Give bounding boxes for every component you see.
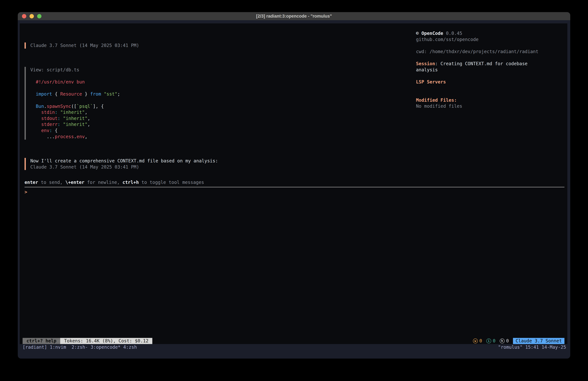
keybinding-hint: enter to send, \+enter for newline, ctrl… bbox=[24, 179, 565, 185]
window-body: Claude 3.7 Sonnet (14 May 2025 03:41 PM)… bbox=[18, 20, 570, 359]
text-line bbox=[416, 55, 564, 61]
tmux-session-clock: "romulus" 15:41 14-May-25 bbox=[498, 344, 566, 350]
tmux-statusbar: [radiant] 1:nvim 2:zsh- 3:opencode* 4:zs… bbox=[18, 344, 570, 350]
text-line bbox=[416, 43, 564, 49]
text-line: View: script/db.ts bbox=[30, 67, 416, 73]
window-titlebar: [2/3] radiant:3:opencode - "romulus" bbox=[18, 12, 570, 20]
info-diagnostics: i 0 bbox=[486, 338, 496, 344]
hint-icon: h bbox=[500, 338, 504, 343]
text-line: stdout: "inherit", bbox=[30, 115, 416, 122]
model-badge-label: Claude 3.7 Sonnet bbox=[516, 338, 562, 344]
tool-message-view-file: View: script/db.ts #!/usr/bin/env bun im… bbox=[24, 67, 416, 140]
input-divider bbox=[24, 187, 565, 187]
prompt-caret: > bbox=[24, 189, 27, 195]
prompt-input[interactable]: > bbox=[24, 189, 567, 195]
zoom-window-button[interactable] bbox=[37, 14, 42, 18]
input-empty-area[interactable] bbox=[20, 195, 567, 338]
text-line bbox=[416, 91, 564, 97]
tokens-cost-label: Tokens: 16.4K (8%), Cost: $0.12 bbox=[64, 338, 148, 344]
warning-count: 0 bbox=[479, 338, 482, 344]
text-line: ...process.env, bbox=[30, 134, 416, 140]
text-line: enter to send, \+enter for newline, ctrl… bbox=[24, 179, 565, 185]
text-line: Now I'll create a comprehensive CONTEXT.… bbox=[30, 158, 416, 164]
help-hint-segment: ctrl+? help bbox=[22, 338, 60, 344]
text-line: analysis bbox=[416, 67, 564, 73]
statusbar-right: w 0 i 0 h 0 Claude 3.7 Sonnet bbox=[473, 338, 565, 344]
assistant-message-header: Claude 3.7 Sonnet (14 May 2025 03:41 PM) bbox=[24, 43, 416, 49]
assistant-message-intro: Now I'll create a comprehensive CONTEXT.… bbox=[24, 158, 416, 170]
tmux-window-list[interactable]: [radiant] 1:nvim 2:zsh- 3:opencode* 4:zs… bbox=[22, 344, 137, 350]
info-count: 0 bbox=[493, 338, 496, 344]
session-sidebar: © OpenCode 0.0.45github.com/sst/opencode… bbox=[416, 30, 567, 173]
text-line bbox=[416, 73, 564, 79]
hint-diagnostics: h 0 bbox=[500, 338, 509, 344]
text-line: stderr: "inherit", bbox=[30, 121, 416, 128]
info-icon: i bbox=[486, 338, 491, 343]
text-line bbox=[416, 85, 564, 91]
hint-count: 0 bbox=[506, 338, 509, 344]
opencode-statusbar: ctrl+? help Tokens: 16.4K (8%), Cost: $0… bbox=[22, 338, 565, 344]
warning-diagnostics: w 0 bbox=[473, 338, 482, 344]
minimize-window-button[interactable] bbox=[30, 14, 34, 18]
text-line: © OpenCode 0.0.45 bbox=[416, 30, 564, 37]
conversation-and-sidebar: Claude 3.7 Sonnet (14 May 2025 03:41 PM)… bbox=[20, 23, 567, 173]
text-line bbox=[30, 73, 416, 79]
terminal-window: [2/3] radiant:3:opencode - "romulus" Cla… bbox=[18, 12, 570, 359]
traffic-lights bbox=[22, 12, 42, 20]
opencode-tui: Claude 3.7 Sonnet (14 May 2025 03:41 PM)… bbox=[20, 23, 567, 344]
text-line: env: { bbox=[30, 128, 416, 134]
help-hint-label: ctrl+? help bbox=[26, 338, 56, 344]
text-line: Modified Files: bbox=[416, 97, 564, 103]
window-title: [2/3] radiant:3:opencode - "romulus" bbox=[256, 14, 332, 19]
text-line bbox=[30, 97, 416, 103]
text-line: github.com/sst/opencode bbox=[416, 37, 564, 43]
text-line: #!/usr/bin/env bun bbox=[30, 79, 416, 85]
window-bottom-padding bbox=[18, 350, 570, 359]
text-line: Bun.spawnSync([`psql`], { bbox=[30, 103, 416, 110]
conversation-column: Claude 3.7 Sonnet (14 May 2025 03:41 PM)… bbox=[20, 30, 416, 173]
terminal-wrap: Claude 3.7 Sonnet (14 May 2025 03:41 PM)… bbox=[18, 20, 570, 344]
text-line: Session: Creating CONTEXT.md for codebas… bbox=[416, 61, 564, 67]
text-line: LSP Servers bbox=[416, 79, 564, 85]
text-line bbox=[30, 85, 416, 91]
text-line: import { Resource } from "sst"; bbox=[30, 91, 416, 97]
text-line: No modified files bbox=[416, 103, 564, 109]
text-line: stdin: "inherit", bbox=[30, 109, 416, 115]
text-line: Claude 3.7 Sonnet (14 May 2025 03:41 PM) bbox=[30, 43, 416, 49]
text-line: Claude 3.7 Sonnet (14 May 2025 03:41 PM) bbox=[30, 164, 416, 170]
text-line: cwd: /home/thdxr/dev/projects/radiant/ra… bbox=[416, 49, 564, 55]
model-badge[interactable]: Claude 3.7 Sonnet bbox=[513, 338, 565, 344]
warning-icon: w bbox=[473, 338, 478, 343]
close-window-button[interactable] bbox=[22, 14, 26, 18]
tokens-cost-segment: Tokens: 16.4K (8%), Cost: $0.12 bbox=[60, 338, 152, 344]
